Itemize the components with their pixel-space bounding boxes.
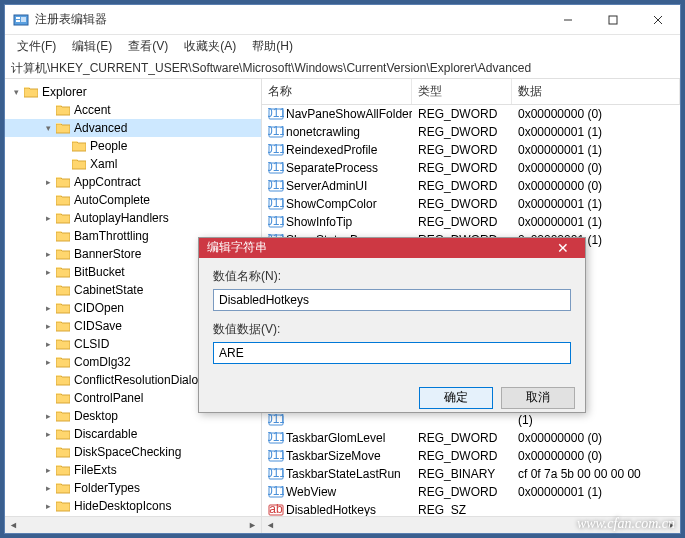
table-row[interactable]: 011ShowInfoTipREG_DWORD0x00000001 (1) (262, 213, 680, 231)
tree-item-label: Accent (74, 103, 111, 117)
cancel-button[interactable]: 取消 (501, 387, 575, 409)
ok-button[interactable]: 确定 (419, 387, 493, 409)
folder-icon (55, 265, 71, 279)
string-value-icon: ab (268, 503, 284, 516)
expand-icon[interactable]: ▾ (41, 123, 55, 133)
folder-icon (55, 445, 71, 459)
table-row[interactable]: 011NavPaneShowAllFoldersREG_DWORD0x00000… (262, 105, 680, 123)
table-row[interactable]: 011TaskbarSizeMoveREG_DWORD0x00000000 (0… (262, 447, 680, 465)
dialog-titlebar[interactable]: 编辑字符串 ✕ (199, 238, 585, 258)
menu-help[interactable]: 帮助(H) (244, 36, 301, 57)
value-type: REG_SZ (412, 503, 512, 516)
expand-icon[interactable]: ▸ (41, 321, 55, 331)
binary-value-icon: 011 (268, 161, 284, 175)
tree-item[interactable]: ▸AppContract (5, 173, 261, 191)
expand-icon[interactable]: ▸ (41, 177, 55, 187)
tree-item-label: Explorer (42, 85, 87, 99)
folder-icon (55, 355, 71, 369)
dialog-title-text: 编辑字符串 (207, 239, 549, 256)
tree-item[interactable]: ▸AutoplayHandlers (5, 209, 261, 227)
expand-icon[interactable]: ▸ (41, 483, 55, 493)
menu-favorites[interactable]: 收藏夹(A) (176, 36, 244, 57)
tree-item-label: BamThrottling (74, 229, 149, 243)
tree-item-label: Desktop (74, 409, 118, 423)
folder-icon (55, 247, 71, 261)
value-name-input[interactable] (213, 289, 571, 311)
tree-item[interactable]: ▸Discardable (5, 425, 261, 443)
value-data: 0x00000000 (0) (512, 161, 680, 175)
tree-item[interactable]: People (5, 137, 261, 155)
scroll-right-button[interactable]: ► (244, 517, 261, 533)
table-row[interactable]: 011ShowCompColorREG_DWORD0x00000001 (1) (262, 195, 680, 213)
address-bar[interactable]: 计算机\HKEY_CURRENT_USER\Software\Microsoft… (5, 57, 680, 79)
tree-item[interactable]: ▾Advanced (5, 119, 261, 137)
value-name: ShowCompColor (286, 197, 377, 211)
table-row[interactable]: 011ReindexedProfileREG_DWORD0x00000001 (… (262, 141, 680, 159)
value-name: TaskbarGlomLevel (286, 431, 385, 445)
expand-icon[interactable]: ▸ (41, 213, 55, 223)
tree-item[interactable]: ▸HideDesktopIcons (5, 497, 261, 515)
expand-icon[interactable]: ▸ (41, 411, 55, 421)
expand-icon[interactable]: ▸ (41, 303, 55, 313)
svg-text:011: 011 (268, 215, 284, 228)
column-data[interactable]: 数据 (512, 79, 680, 104)
tree-item-label: BitBucket (74, 265, 125, 279)
value-data: 0x00000001 (1) (512, 143, 680, 157)
menu-view[interactable]: 查看(V) (120, 36, 176, 57)
table-row[interactable]: abDisabledHotkeysREG_SZ (262, 501, 680, 516)
svg-text:011: 011 (268, 107, 284, 120)
value-name: ReindexedProfile (286, 143, 377, 157)
value-type: REG_DWORD (412, 107, 512, 121)
expand-icon[interactable]: ▸ (41, 249, 55, 259)
scroll-left-button[interactable]: ◄ (262, 517, 279, 533)
value-data-input[interactable] (213, 342, 571, 364)
table-row[interactable]: 011nonetcrawlingREG_DWORD0x00000001 (1) (262, 123, 680, 141)
column-name[interactable]: 名称 (262, 79, 412, 104)
dialog-close-button[interactable]: ✕ (549, 240, 577, 256)
tree-item-label: FolderTypes (74, 481, 140, 495)
expand-icon[interactable]: ▸ (41, 267, 55, 277)
table-row[interactable]: 011WebViewREG_DWORD0x00000001 (1) (262, 483, 680, 501)
table-row[interactable]: 011SeparateProcessREG_DWORD0x00000000 (0… (262, 159, 680, 177)
table-row[interactable]: 011ServerAdminUIREG_DWORD0x00000000 (0) (262, 177, 680, 195)
maximize-button[interactable] (590, 5, 635, 34)
tree-item[interactable]: DiskSpaceChecking (5, 443, 261, 461)
minimize-button[interactable] (545, 5, 590, 34)
folder-icon (55, 409, 71, 423)
table-row[interactable]: 011TaskbarStateLastRunREG_BINARYcf 0f 7a… (262, 465, 680, 483)
expand-icon[interactable]: ▸ (41, 339, 55, 349)
svg-rect-3 (21, 17, 26, 22)
tree-item[interactable]: ▸FileExts (5, 461, 261, 479)
expand-icon[interactable]: ▸ (41, 357, 55, 367)
table-row[interactable]: 011TaskbarGlomLevelREG_DWORD0x00000000 (… (262, 429, 680, 447)
column-type[interactable]: 类型 (412, 79, 512, 104)
scroll-track[interactable] (22, 517, 244, 533)
expand-icon[interactable]: ▸ (41, 501, 55, 511)
tree-item[interactable]: Accent (5, 101, 261, 119)
folder-icon (55, 427, 71, 441)
close-button[interactable] (635, 5, 680, 34)
expand-icon[interactable]: ▾ (9, 87, 23, 97)
tree-item-label: AutoComplete (74, 193, 150, 207)
menu-file[interactable]: 文件(F) (9, 36, 64, 57)
value-name: NavPaneShowAllFolders (286, 107, 412, 121)
table-row[interactable]: 011(1) (262, 411, 680, 429)
tree-item-label: DiskSpaceChecking (74, 445, 181, 459)
folder-icon (23, 85, 39, 99)
svg-rect-1 (16, 17, 20, 19)
folder-icon (55, 337, 71, 351)
tree-item[interactable]: ▸FolderTypes (5, 479, 261, 497)
binary-value-icon: 011 (268, 449, 284, 463)
expand-icon[interactable]: ▸ (41, 465, 55, 475)
menu-edit[interactable]: 编辑(E) (64, 36, 120, 57)
binary-value-icon: 011 (268, 215, 284, 229)
svg-text:ab: ab (269, 503, 283, 516)
expand-icon[interactable]: ▸ (41, 429, 55, 439)
value-name: DisabledHotkeys (286, 503, 376, 516)
tree-item[interactable]: ▾Explorer (5, 83, 261, 101)
scroll-left-button[interactable]: ◄ (5, 517, 22, 533)
value-type: REG_DWORD (412, 485, 512, 499)
value-data: 0x00000001 (1) (512, 215, 680, 229)
tree-item[interactable]: Xaml (5, 155, 261, 173)
tree-item[interactable]: AutoComplete (5, 191, 261, 209)
